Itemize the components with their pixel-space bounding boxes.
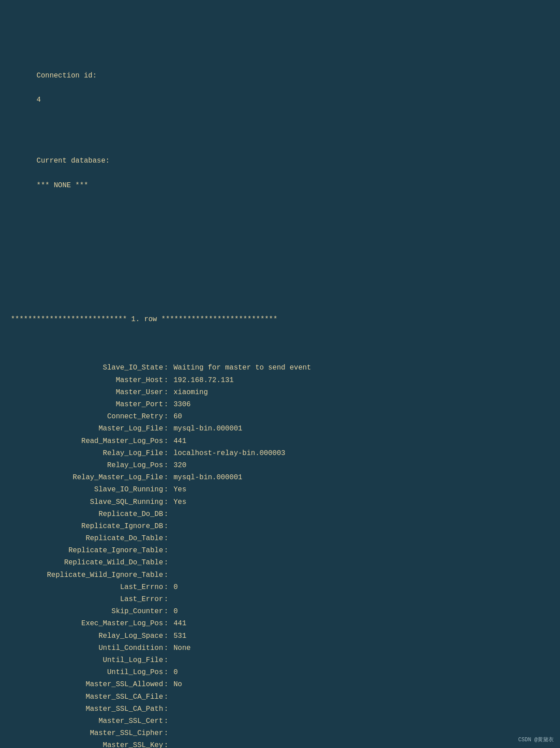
- field-value: localhost-relay-bin.000003: [173, 447, 285, 460]
- field-value: 0: [173, 581, 178, 593]
- field-separator: :: [164, 630, 172, 642]
- field-line: Last_Errno: 0: [11, 581, 549, 593]
- connection-id-value: 4: [37, 96, 41, 104]
- field-value: 0: [173, 666, 178, 679]
- fields-container: Slave_IO_State: Waiting for master to se…: [11, 362, 549, 748]
- field-name: Master_SSL_Allowed: [11, 679, 163, 691]
- field-name: Until_Condition: [11, 642, 163, 654]
- field-separator: :: [164, 715, 172, 727]
- field-name: Replicate_Ignore_Table: [11, 545, 163, 557]
- field-separator: :: [164, 423, 172, 435]
- field-line: Slave_IO_Running: Yes: [11, 484, 549, 496]
- field-name: Master_SSL_CA_File: [11, 691, 163, 703]
- field-name: Read_Master_Log_Pos: [11, 435, 163, 447]
- field-separator: :: [164, 581, 172, 593]
- field-separator: :: [164, 435, 172, 447]
- field-separator: :: [164, 460, 172, 472]
- field-name: Exec_Master_Log_Pos: [11, 618, 163, 630]
- field-name: Master_User: [11, 387, 163, 399]
- field-name: Relay_Master_Log_File: [11, 472, 163, 484]
- field-value: None: [173, 642, 190, 654]
- field-separator: :: [164, 569, 172, 581]
- field-line: Replicate_Do_Table:: [11, 533, 549, 545]
- connection-id-line: Connection id: 4: [11, 58, 549, 119]
- field-line: Until_Condition: None: [11, 642, 549, 654]
- field-line: Slave_SQL_Running: Yes: [11, 496, 549, 508]
- field-separator: :: [164, 557, 172, 569]
- field-value: 320: [173, 460, 186, 472]
- field-line: Relay_Log_File: localhost-relay-bin.0000…: [11, 447, 549, 460]
- field-line: Master_Log_File: mysql-bin.000001: [11, 423, 549, 435]
- connection-id-label: Connection id:: [37, 72, 97, 80]
- field-line: Master_SSL_Cipher:: [11, 727, 549, 739]
- field-name: Replicate_Do_Table: [11, 533, 163, 545]
- field-name: Relay_Log_Pos: [11, 460, 163, 472]
- field-line: Skip_Counter: 0: [11, 606, 549, 618]
- field-line: Master_SSL_Cert:: [11, 715, 549, 727]
- field-name: Slave_SQL_Running: [11, 496, 163, 508]
- field-separator: :: [164, 533, 172, 545]
- field-line: Connect_Retry: 60: [11, 411, 549, 423]
- field-separator: :: [164, 520, 172, 533]
- field-separator: :: [164, 472, 172, 484]
- field-name: Replicate_Wild_Do_Table: [11, 557, 163, 569]
- field-line: Master_SSL_Allowed: No: [11, 679, 549, 691]
- field-line: Master_SSL_CA_Path:: [11, 703, 549, 715]
- field-name: Master_SSL_Cipher: [11, 727, 163, 739]
- field-separator: :: [164, 642, 172, 654]
- field-line: Replicate_Do_DB:: [11, 508, 549, 520]
- current-db-value: *** NONE ***: [37, 181, 88, 189]
- row-separator: *************************** 1. row *****…: [11, 314, 549, 326]
- field-separator: :: [164, 691, 172, 703]
- field-value: 531: [173, 630, 186, 642]
- field-name: Until_Log_File: [11, 654, 163, 666]
- field-separator: :: [164, 411, 172, 423]
- field-value: 3306: [173, 399, 190, 411]
- field-value: Waiting for master to send event: [173, 362, 311, 374]
- field-name: Last_Error: [11, 593, 163, 606]
- field-line: Until_Log_Pos: 0: [11, 666, 549, 679]
- field-value: 192.168.72.131: [173, 374, 233, 387]
- field-name: Master_Host: [11, 374, 163, 387]
- field-name: Until_Log_Pos: [11, 666, 163, 679]
- field-name: Replicate_Do_DB: [11, 508, 163, 520]
- field-line: Replicate_Wild_Do_Table:: [11, 557, 549, 569]
- field-value: 441: [173, 618, 186, 630]
- field-value: No: [173, 679, 182, 691]
- field-separator: :: [164, 399, 172, 411]
- field-line: Read_Master_Log_Pos: 441: [11, 435, 549, 447]
- field-name: Connect_Retry: [11, 411, 163, 423]
- field-separator: :: [164, 374, 172, 387]
- header-section: Connection id: 4 Current database: *** N…: [11, 33, 549, 228]
- field-line: Last_Error:: [11, 593, 549, 606]
- current-db-label: Current database:: [37, 157, 110, 165]
- field-separator: :: [164, 362, 172, 374]
- field-line: Relay_Log_Space: 531: [11, 630, 549, 642]
- field-separator: :: [164, 679, 172, 691]
- field-separator: :: [164, 727, 172, 739]
- field-separator: :: [164, 654, 172, 666]
- field-line: Replicate_Ignore_DB:: [11, 520, 549, 533]
- field-value: Yes: [173, 496, 186, 508]
- field-value: xiaoming: [173, 387, 208, 399]
- field-line: Master_User: xiaoming: [11, 387, 549, 399]
- field-value: 441: [173, 435, 186, 447]
- field-value: Yes: [173, 484, 186, 496]
- field-separator: :: [164, 739, 172, 748]
- field-value: mysql-bin.000001: [173, 423, 242, 435]
- field-separator: :: [164, 703, 172, 715]
- field-line: Master_SSL_Key:: [11, 739, 549, 748]
- terminal-output: Connection id: 4 Current database: *** N…: [11, 9, 549, 748]
- field-name: Slave_IO_State: [11, 362, 163, 374]
- field-line: Relay_Log_Pos: 320: [11, 460, 549, 472]
- field-line: Exec_Master_Log_Pos: 441: [11, 618, 549, 630]
- field-name: Master_SSL_Key: [11, 739, 163, 748]
- field-separator: :: [164, 508, 172, 520]
- field-separator: :: [164, 666, 172, 679]
- field-line: Slave_IO_State: Waiting for master to se…: [11, 362, 549, 374]
- field-name: Relay_Log_Space: [11, 630, 163, 642]
- watermark: CSDN @黄黛衣: [518, 736, 554, 744]
- field-line: Replicate_Wild_Ignore_Table:: [11, 569, 549, 581]
- field-separator: :: [164, 593, 172, 606]
- field-separator: :: [164, 387, 172, 399]
